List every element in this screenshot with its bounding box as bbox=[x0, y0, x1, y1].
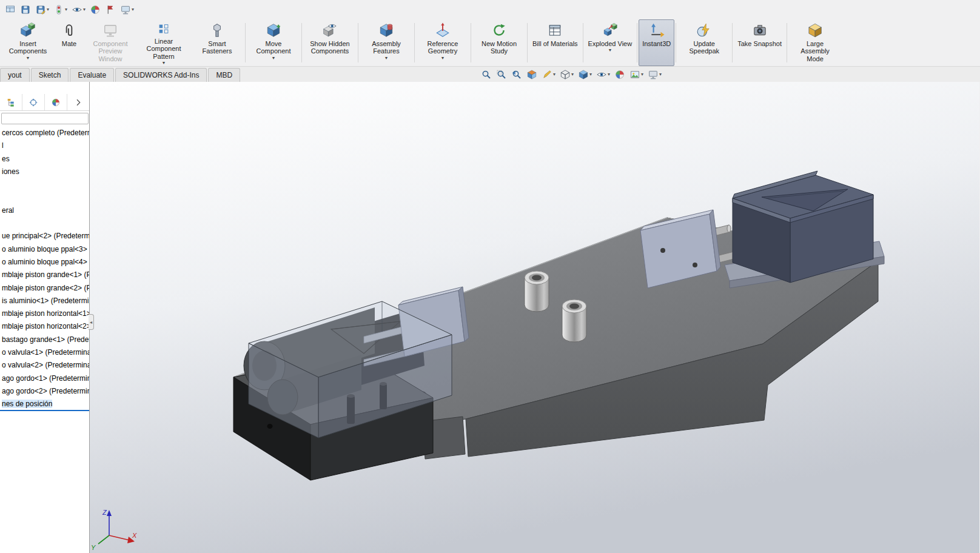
display-settings-icon bbox=[120, 4, 131, 15]
annotation-view-button[interactable]: ▾ bbox=[541, 69, 556, 81]
previous-view-button[interactable] bbox=[511, 69, 523, 81]
dropdown-caret[interactable]: ▾ bbox=[571, 72, 574, 77]
tree-item-ue-principal-2-predetermi[interactable]: ue principal<2> (Predetermi bbox=[0, 230, 89, 243]
bushing-front[interactable] bbox=[525, 271, 549, 312]
section-view-button[interactable] bbox=[526, 69, 538, 81]
apply-scene-button[interactable]: ▾ bbox=[629, 69, 644, 81]
display-style-button[interactable]: ▾ bbox=[577, 69, 592, 81]
instant3d-button[interactable]: Instant3D bbox=[639, 19, 674, 66]
new-motion-study-button[interactable]: New Motion Study bbox=[472, 19, 526, 66]
tree-item-mblaje-piston-horizontal-2[interactable]: mblaje piston horizontal<2> bbox=[0, 320, 89, 333]
tree-item-blank bbox=[0, 217, 89, 230]
featuremanager-tab[interactable] bbox=[0, 94, 22, 110]
dropdown-caret[interactable]: ▾ bbox=[83, 7, 86, 12]
save-button[interactable] bbox=[19, 3, 32, 16]
take-snapshot-icon bbox=[752, 22, 768, 38]
display-settings-button[interactable]: ▾ bbox=[119, 3, 135, 16]
tree-item-blank bbox=[0, 178, 89, 191]
tab-mbd[interactable]: MBD bbox=[208, 68, 240, 82]
tree-item-nes-de-posici-n[interactable]: nes de posición bbox=[0, 398, 89, 411]
dropdown-caret[interactable]: ▾ bbox=[641, 72, 643, 77]
tree-item-mblaje-piston-horizontal-1[interactable]: mblaje piston horizontal<1> bbox=[0, 307, 89, 320]
insert-components-icon bbox=[20, 22, 36, 38]
view-orientation-button[interactable]: ▾ bbox=[559, 69, 574, 81]
large-assembly-mode-button[interactable]: Large Assembly Mode bbox=[788, 19, 842, 66]
tab-sketch[interactable]: Sketch bbox=[31, 68, 69, 82]
tree-item-mblaje-piston-grande-1-pr[interactable]: mblaje piston grande<1> (Pr bbox=[0, 269, 89, 281]
insert-components-button[interactable]: Insert Components▼ bbox=[1, 19, 55, 66]
tree-item-is-aluminio-1-predetermir[interactable]: is aluminio<1> (Predetermir bbox=[0, 295, 89, 307]
tree-item-cercos-completo-predeterm[interactable]: cercos completo (Predeterm bbox=[0, 127, 89, 139]
reference-geometry-button[interactable]: Reference Geometry▼ bbox=[416, 19, 469, 66]
dropdown-caret[interactable]: ▼ bbox=[608, 48, 612, 52]
dropdown-caret[interactable]: ▼ bbox=[272, 56, 276, 60]
move-component-icon bbox=[266, 22, 281, 38]
dropdown-caret[interactable]: ▼ bbox=[162, 61, 166, 65]
move-component-button[interactable]: Move Component▼ bbox=[247, 19, 300, 66]
tree-item-o-valvula-1-predeterminac[interactable]: o valvula<1> (Predeterminac bbox=[0, 346, 89, 359]
dropdown-caret[interactable]: ▾ bbox=[132, 7, 134, 12]
bushing-rear[interactable] bbox=[562, 300, 586, 342]
dropdown-caret[interactable]: ▾ bbox=[47, 7, 49, 12]
visibility-button[interactable]: ▾ bbox=[70, 3, 87, 16]
rebuild-flag-button[interactable] bbox=[104, 3, 117, 16]
component-preview-window-icon bbox=[102, 22, 118, 38]
bill-of-materials-button[interactable]: Bill of Materials bbox=[529, 19, 582, 66]
tree-item-o-aluminio-bloque-ppal-3[interactable]: o aluminio bloque ppal<3> ( bbox=[0, 243, 89, 256]
view-settings-button[interactable]: ▾ bbox=[647, 69, 662, 81]
window-button[interactable] bbox=[4, 3, 17, 16]
solidworks-window: { "colors": { "selection_blue": "#1569c7… bbox=[0, 0, 980, 553]
tab-evaluate[interactable]: Evaluate bbox=[70, 68, 114, 82]
tree-item-ago-gordo-1-predetermina[interactable]: ago gordo<1> (Predetermina bbox=[0, 372, 89, 385]
group-separator bbox=[471, 23, 471, 62]
zoom-fit-button[interactable] bbox=[480, 69, 492, 81]
tree-item-l[interactable]: l bbox=[0, 139, 89, 152]
tree-item-bastago-grande-1-predete[interactable]: bastago grande<1> (Predete bbox=[0, 333, 89, 346]
displaymanager-tab[interactable] bbox=[45, 94, 67, 110]
dropdown-caret[interactable]: ▾ bbox=[608, 72, 610, 77]
show-hidden-components-button[interactable]: Show Hidden Components bbox=[303, 19, 357, 66]
tab-yout[interactable]: yout bbox=[0, 68, 30, 82]
update-speedpak-button[interactable]: Update Speedpak bbox=[677, 19, 731, 66]
tree-item-ago-gordo-2-predetermina[interactable]: ago gordo<2> (Predetermina bbox=[0, 385, 89, 398]
update-speedpak-icon bbox=[696, 22, 712, 38]
mate-button[interactable]: Mate bbox=[55, 19, 84, 66]
dropdown-caret[interactable]: ▾ bbox=[553, 72, 555, 77]
dropdown-caret[interactable]: ▾ bbox=[65, 7, 67, 12]
group-separator bbox=[787, 23, 787, 62]
tree-item-iones[interactable]: iones bbox=[0, 166, 89, 178]
dropdown-caret[interactable]: ▾ bbox=[589, 72, 592, 77]
tree-item-es[interactable]: es bbox=[0, 153, 89, 166]
dropdown-caret[interactable]: ▼ bbox=[441, 56, 445, 60]
tree-item-o-aluminio-bloque-ppal-4[interactable]: o aluminio bloque ppal<4> ( bbox=[0, 256, 89, 269]
take-snapshot-button[interactable]: Take Snapshot bbox=[734, 19, 785, 66]
tree-item-eral[interactable]: eral bbox=[0, 204, 89, 217]
panel-collapse-handle[interactable]: ◄ bbox=[89, 314, 94, 330]
tree-item-mblaje-piston-grande-2-p[interactable]: mblaje piston grande<2> (P bbox=[0, 282, 89, 295]
edit-appearance-button[interactable] bbox=[614, 69, 626, 81]
tree-item-label: o aluminio bloque ppal<4> ( bbox=[2, 258, 89, 266]
graphics-area[interactable]: Z X Y bbox=[90, 82, 980, 553]
save-as-button[interactable]: ▾ bbox=[34, 3, 50, 16]
hide-show-button[interactable]: ▾ bbox=[596, 69, 611, 81]
assembly-features-button[interactable]: Assembly Features▼ bbox=[360, 19, 413, 66]
exploded-view-button[interactable]: Exploded View▼ bbox=[585, 19, 636, 66]
smart-fasteners-button[interactable]: Smart Fasteners bbox=[190, 19, 244, 66]
dropdown-caret[interactable]: ▼ bbox=[384, 56, 389, 60]
zoom-area-button[interactable] bbox=[495, 69, 508, 81]
dropdown-caret[interactable]: ▾ bbox=[659, 72, 662, 77]
propertymanager-tab[interactable] bbox=[22, 94, 45, 110]
tree-item-label: mblaje piston horizontal<1> bbox=[2, 309, 89, 318]
expand-panel-tab[interactable] bbox=[67, 94, 90, 110]
rebuild-button[interactable]: ▾ bbox=[52, 3, 69, 16]
viewport-3d[interactable]: Z X Y bbox=[90, 82, 979, 553]
tree-filter-input[interactable] bbox=[1, 113, 89, 124]
main-area: cercos completo (Predetermlesioneseralue… bbox=[0, 82, 980, 553]
mate-icon bbox=[61, 22, 77, 38]
appearance-ball-button[interactable] bbox=[89, 3, 102, 16]
linear-component-pattern-button[interactable]: Linear Component Pattern▼ bbox=[137, 19, 190, 66]
tree-item-o-valvula-2-predeterminac[interactable]: o valvula<2> (Predeterminac bbox=[0, 359, 89, 372]
dropdown-caret[interactable]: ▼ bbox=[26, 56, 30, 60]
new-motion-study-icon bbox=[491, 22, 507, 38]
tab-solidworks-add-ins[interactable]: SOLIDWORKS Add-Ins bbox=[115, 68, 207, 82]
